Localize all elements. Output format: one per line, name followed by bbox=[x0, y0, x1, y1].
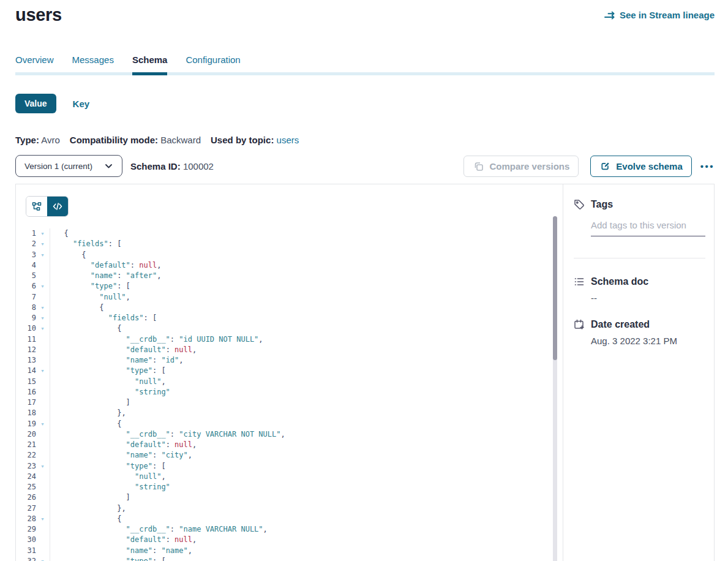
line-number: 32 bbox=[16, 556, 36, 561]
fold-toggle-icon[interactable]: ▼ bbox=[36, 281, 49, 292]
version-dropdown[interactable]: Version 1 (current) bbox=[15, 155, 122, 177]
topic-label: Used by topic: bbox=[211, 135, 274, 145]
type-label: Type: bbox=[15, 135, 39, 145]
schema-meta: Type: Avro Compatibility mode: Backward … bbox=[15, 135, 299, 145]
tab-bar: Overview Messages Schema Configuration bbox=[15, 55, 715, 75]
schema-doc-section: Schema doc -- bbox=[574, 276, 705, 303]
fold-toggle-icon[interactable]: ▼ bbox=[36, 514, 49, 524]
fold-spacer bbox=[36, 492, 49, 503]
page-title: users bbox=[15, 5, 62, 25]
topic-link[interactable]: users bbox=[277, 135, 299, 145]
line-number: 10 bbox=[16, 323, 36, 334]
line-number: 15 bbox=[16, 377, 36, 387]
list-icon bbox=[574, 276, 585, 287]
code-line: 15 "null", bbox=[16, 377, 550, 387]
chevron-down-icon bbox=[103, 160, 114, 171]
line-number: 19 bbox=[16, 419, 36, 429]
schema-id-value: 100002 bbox=[183, 161, 214, 171]
tag-icon bbox=[574, 199, 585, 210]
code-line: 29 "__crdb__": "name VARCHAR NULL", bbox=[16, 524, 550, 535]
tags-input[interactable] bbox=[591, 220, 705, 236]
line-number: 25 bbox=[16, 482, 36, 492]
line-number: 4 bbox=[16, 260, 36, 271]
line-number: 20 bbox=[16, 429, 36, 440]
fold-spacer bbox=[36, 546, 49, 556]
fold-spacer bbox=[36, 408, 49, 418]
date-created-section: Date created Aug. 3 2022 3:21 PM bbox=[574, 319, 705, 346]
code-view-button[interactable] bbox=[47, 197, 68, 216]
line-number: 3 bbox=[16, 250, 36, 260]
line-number: 18 bbox=[16, 408, 36, 418]
line-number: 11 bbox=[16, 334, 36, 345]
code-line: 18 }, bbox=[16, 408, 550, 418]
fold-spacer bbox=[36, 440, 49, 450]
tags-heading-label: Tags bbox=[591, 199, 613, 210]
code-view-icon bbox=[52, 201, 63, 212]
stream-lineage-link[interactable]: See in Stream lineage bbox=[604, 10, 715, 21]
fold-toggle-icon[interactable]: ▼ bbox=[36, 461, 49, 472]
fold-spacer bbox=[36, 535, 49, 545]
code-line: 1▼ { bbox=[16, 228, 550, 239]
code-line: 19▼ { bbox=[16, 419, 550, 429]
fold-toggle-icon[interactable]: ▼ bbox=[36, 239, 49, 249]
sidebar-divider bbox=[574, 258, 705, 258]
code-line: 23▼ "type": [ bbox=[16, 461, 550, 472]
tab-schema[interactable]: Schema bbox=[132, 55, 168, 75]
schema-page: users See in Stream lineage Overview Mes… bbox=[0, 0, 728, 561]
code-line: 17 ] bbox=[16, 397, 550, 408]
line-number: 12 bbox=[16, 345, 36, 355]
date-created-heading: Date created bbox=[574, 319, 705, 330]
tree-view-button[interactable] bbox=[26, 197, 47, 216]
line-number: 28 bbox=[16, 514, 36, 524]
calendar-plus-icon bbox=[574, 319, 585, 330]
version-bar: Version 1 (current) Schema ID: 100002 Co… bbox=[15, 155, 715, 177]
line-number: 8 bbox=[16, 303, 36, 313]
fold-spacer bbox=[36, 397, 49, 408]
key-tab-button[interactable]: Key bbox=[73, 99, 90, 109]
compare-versions-button[interactable]: Compare versions bbox=[463, 156, 579, 177]
fold-toggle-icon[interactable]: ▼ bbox=[36, 228, 49, 239]
meta-topic: Used by topic: users bbox=[211, 135, 299, 145]
fold-toggle-icon[interactable]: ▼ bbox=[36, 419, 49, 429]
code-line: 30 "default": null, bbox=[16, 535, 550, 545]
compat-value: Backward bbox=[160, 135, 201, 145]
meta-type: Type: Avro bbox=[15, 135, 60, 145]
code-line: 25 "string" bbox=[16, 482, 550, 492]
code-line: 16 "string" bbox=[16, 387, 550, 397]
date-created-heading-label: Date created bbox=[591, 319, 650, 330]
fold-toggle-icon[interactable]: ▼ bbox=[36, 366, 49, 376]
code-line: 32▼ "type": [ bbox=[16, 556, 550, 561]
line-number: 29 bbox=[16, 524, 36, 535]
tab-messages[interactable]: Messages bbox=[72, 55, 114, 75]
code-line: 9▼ "fields": [ bbox=[16, 313, 550, 323]
fold-toggle-icon[interactable]: ▼ bbox=[36, 303, 49, 313]
more-options-button[interactable]: ••• bbox=[700, 161, 715, 171]
fold-spacer bbox=[36, 377, 49, 387]
fold-toggle-icon[interactable]: ▼ bbox=[36, 323, 49, 334]
fold-toggle-icon[interactable]: ▼ bbox=[36, 250, 49, 260]
compat-label: Compatibility mode: bbox=[70, 135, 158, 145]
fold-toggle-icon[interactable]: ▼ bbox=[36, 556, 49, 561]
value-tab-button[interactable]: Value bbox=[15, 94, 56, 113]
code-line: 27 }, bbox=[16, 503, 550, 514]
evolve-schema-button[interactable]: Evolve schema bbox=[590, 156, 691, 177]
compare-versions-icon bbox=[473, 160, 484, 171]
tab-configuration[interactable]: Configuration bbox=[186, 55, 240, 75]
schema-id-label: Schema ID: bbox=[130, 161, 181, 171]
tags-heading: Tags bbox=[574, 199, 705, 210]
code-lines: 1▼ {2▼ "fields": [3▼ {4 "default": null,… bbox=[16, 228, 550, 561]
line-number: 6 bbox=[16, 281, 36, 292]
version-dropdown-value: Version 1 (current) bbox=[24, 162, 92, 171]
fold-toggle-icon[interactable]: ▼ bbox=[36, 313, 49, 323]
fold-spacer bbox=[36, 355, 49, 366]
line-number: 21 bbox=[16, 440, 36, 450]
fold-spacer bbox=[36, 429, 49, 440]
editor-scrollbar-thumb[interactable] bbox=[553, 216, 557, 360]
compare-versions-label: Compare versions bbox=[489, 161, 569, 171]
code-line: 7 "null", bbox=[16, 292, 550, 303]
code-line: 3▼ { bbox=[16, 250, 550, 260]
line-number: 13 bbox=[16, 355, 36, 366]
line-number: 27 bbox=[16, 503, 36, 514]
tab-overview[interactable]: Overview bbox=[15, 55, 54, 75]
editor-scrollbar[interactable] bbox=[553, 216, 557, 561]
